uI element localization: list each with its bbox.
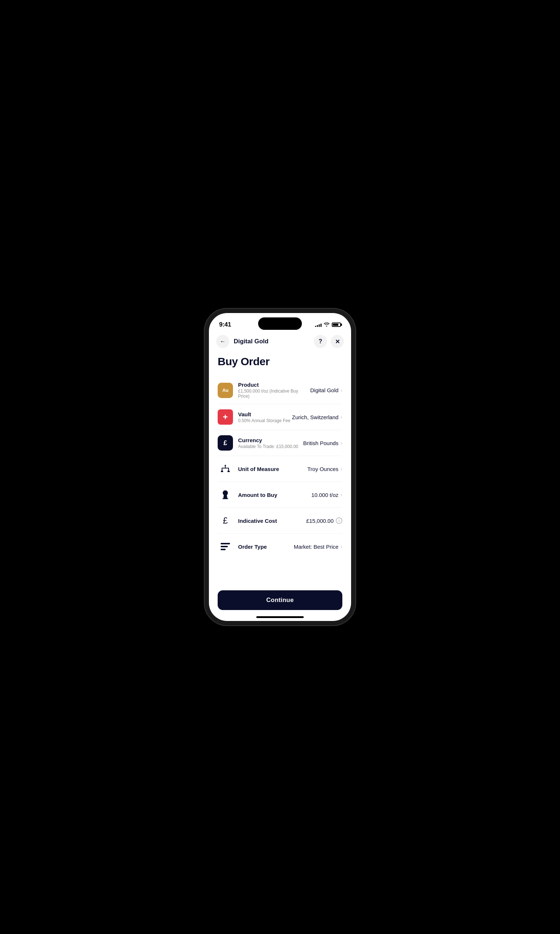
product-sublabel: £1,500.000 t/oz (Indicative Buy Price) [238,388,310,399]
currency-value-text: British Pounds [303,440,339,446]
amount-value-text: 10.000 t/oz [311,492,338,498]
continue-button[interactable]: Continue [218,590,342,610]
amount-value: 10.000 t/oz › [311,492,342,498]
unit-value: Troy Ounces › [307,466,342,472]
vault-row[interactable]: + Vault 0.50% Annual Storage Fee Zurich,… [218,404,342,430]
nav-header: ← Digital Gold ? ✕ [209,331,351,352]
page-title: Buy Order [218,355,342,368]
cost-icon: £ [218,513,233,528]
currency-row[interactable]: £ Currency Available To Trade: £15,000.0… [218,430,342,456]
product-value-text: Digital Gold [310,387,339,393]
order-type-value: Market: Best Price › [294,544,342,550]
svg-rect-10 [221,549,226,550]
currency-text: Currency Available To Trade: £15,000.00 [238,437,303,449]
amount-icon [218,487,233,502]
amount-chevron-icon: › [340,492,342,498]
amount-label: Amount to Buy [238,492,311,498]
nav-title: Digital Gold [234,338,314,345]
currency-chevron-icon: › [340,440,342,446]
product-label: Product [238,382,310,388]
product-icon: Au [218,383,233,398]
unit-chevron-icon: › [340,466,342,472]
svg-rect-6 [228,471,230,472]
currency-label: Currency [238,437,303,443]
order-type-value-text: Market: Best Price [294,544,339,550]
product-text: Product £1,500.000 t/oz (Indicative Buy … [238,382,310,399]
unit-text: Unit of Measure [238,466,307,472]
home-indicator [256,616,304,618]
order-type-row[interactable]: Order Type Market: Best Price › [218,534,342,559]
amount-text: Amount to Buy [238,492,311,498]
vault-text: Vault 0.50% Annual Storage Fee [238,411,292,423]
close-button[interactable]: ✕ [331,335,344,348]
continue-button-wrap: Continue [218,590,342,610]
currency-sublabel: Available To Trade: £15,000.00 [238,444,303,449]
help-button[interactable]: ? [314,335,327,348]
cost-row: £ Indicative Cost £15,000.00 i [218,508,342,534]
status-time: 9:41 [219,321,231,328]
vault-chevron-icon: › [340,414,342,420]
status-icons [315,322,341,328]
product-chevron-icon: › [340,387,342,393]
product-row[interactable]: Au Product £1,500.000 t/oz (Indicative B… [218,376,342,404]
signal-icon [315,322,322,327]
unit-icon [218,461,233,476]
dynamic-island [258,317,302,330]
svg-rect-9 [221,546,228,547]
vault-sublabel: 0.50% Annual Storage Fee [238,418,292,423]
svg-rect-7 [222,498,228,499]
cost-value: £15,000.00 i [306,517,342,524]
unit-value-text: Troy Ounces [307,466,338,472]
vault-label: Vault [238,411,292,418]
vault-value: Zurich, Switzerland › [292,414,342,420]
vault-icon: + [218,409,233,425]
cost-text: Indicative Cost [238,518,306,524]
currency-icon: £ [218,435,233,451]
phone-frame: 9:41 ← Digital Gold [209,313,351,621]
cost-value-text: £15,000.00 [306,518,334,524]
order-type-text: Order Type [238,544,294,550]
wifi-icon [324,322,329,328]
nav-actions: ? ✕ [314,335,344,348]
battery-icon [332,322,341,327]
unit-row[interactable]: Unit of Measure Troy Ounces › [218,456,342,482]
back-arrow-icon: ← [220,338,226,345]
svg-rect-5 [221,471,223,472]
svg-point-0 [225,465,226,466]
unit-label: Unit of Measure [238,466,307,472]
order-type-chevron-icon: › [340,544,342,549]
currency-value: British Pounds › [303,440,342,446]
cost-label: Indicative Cost [238,518,306,524]
order-type-label: Order Type [238,544,294,550]
page-content: Buy Order Au Product £1,500.000 t/oz (In… [209,352,351,592]
product-value: Digital Gold › [310,387,342,393]
order-type-icon [218,539,233,554]
cost-info-icon[interactable]: i [336,517,342,524]
vault-value-text: Zurich, Switzerland [292,414,339,420]
amount-row[interactable]: Amount to Buy 10.000 t/oz › [218,482,342,508]
svg-rect-8 [221,543,230,544]
back-button[interactable]: ← [216,335,229,348]
